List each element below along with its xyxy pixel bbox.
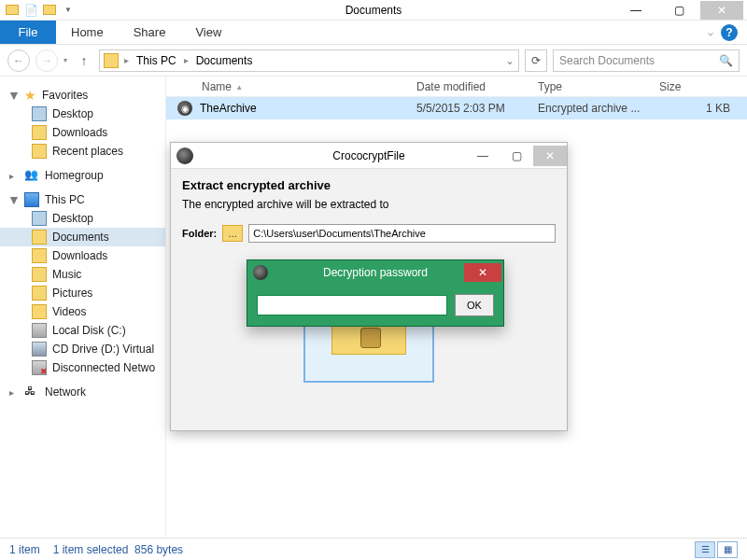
- tree-pc-pictures[interactable]: Pictures: [0, 284, 165, 302]
- tree-pc-documents[interactable]: Documents: [0, 228, 165, 246]
- password-close-button[interactable]: ✕: [464, 263, 501, 282]
- tree-favorites[interactable]: ⯆★Favorites: [0, 86, 165, 105]
- history-dropdown-icon[interactable]: ▾: [63, 56, 69, 64]
- crumb-documents[interactable]: Documents: [194, 54, 255, 67]
- croco-heading: Extract encrypted archive: [182, 178, 556, 192]
- croco-description: The encrypted archive will be extracted …: [182, 198, 556, 211]
- minimize-button[interactable]: —: [614, 1, 657, 20]
- folder-path-input[interactable]: [248, 224, 556, 243]
- chevron-right-icon[interactable]: ▸: [182, 55, 190, 65]
- file-name: TheArchive: [200, 102, 257, 115]
- breadcrumb-dropdown-icon[interactable]: ⌄: [505, 54, 514, 67]
- password-dialog-icon: [253, 265, 268, 280]
- tree-downloads[interactable]: Downloads: [0, 123, 165, 142]
- tree-network[interactable]: ▸🖧Network: [0, 383, 165, 401]
- tab-view[interactable]: View: [180, 21, 236, 44]
- col-size[interactable]: Size: [652, 77, 738, 96]
- tab-share[interactable]: Share: [119, 21, 181, 44]
- titlebar: 📄 ▼ Documents — ▢ ✕: [0, 0, 747, 21]
- homegroup-icon: 👥: [24, 168, 39, 183]
- tree-homegroup[interactable]: ▸👥Homegroup: [0, 166, 165, 185]
- sort-asc-icon: ▴: [237, 82, 242, 91]
- search-input[interactable]: Search Documents 🔍: [553, 49, 740, 72]
- croco-maximize-button[interactable]: ▢: [500, 146, 533, 166]
- file-size: 1 KB: [652, 102, 738, 115]
- col-type[interactable]: Type: [530, 77, 652, 96]
- tree-desktop[interactable]: Desktop: [0, 105, 165, 123]
- qa-dropdown-icon[interactable]: ▼: [60, 2, 77, 19]
- folder-label: Folder:: [182, 228, 217, 239]
- tree-pc-downloads[interactable]: Downloads: [0, 246, 165, 265]
- forward-button[interactable]: →: [35, 49, 58, 72]
- view-icons-button[interactable]: ▦: [717, 541, 738, 558]
- password-input[interactable]: [257, 295, 447, 315]
- password-dialog: Decryption password ✕ OK: [247, 259, 504, 327]
- qa-props-icon[interactable]: 📄: [22, 2, 39, 19]
- crococrypt-titlebar[interactable]: CrococryptFile — ▢ ✕: [171, 143, 567, 169]
- maximize-button[interactable]: ▢: [657, 1, 700, 20]
- croco-close-button[interactable]: ✕: [533, 146, 567, 166]
- address-bar: ← → ▾ ↑ ▸ This PC ▸ Documents ⌄ ⟳ Search…: [0, 45, 747, 77]
- crumb-thispc[interactable]: This PC: [134, 54, 178, 67]
- breadcrumb[interactable]: ▸ This PC ▸ Documents ⌄: [99, 49, 519, 72]
- back-button[interactable]: ←: [7, 49, 30, 72]
- help-icon[interactable]: ?: [721, 24, 738, 41]
- column-headers: Name▴ Date modified Type Size: [166, 77, 747, 97]
- tree-thispc[interactable]: ⯆This PC: [0, 190, 165, 209]
- file-row[interactable]: ◉TheArchive 5/5/2015 2:03 PM Encrypted a…: [166, 97, 747, 119]
- app-icon: [4, 2, 21, 19]
- tree-pc-cddrive[interactable]: CD Drive (D:) Virtual: [0, 340, 165, 358]
- tab-home[interactable]: Home: [56, 21, 119, 44]
- tree-pc-localdisk[interactable]: Local Disk (C:): [0, 321, 165, 340]
- col-name[interactable]: Name▴: [166, 77, 409, 96]
- network-icon: 🖧: [24, 385, 39, 399]
- archive-icon: ◉: [177, 101, 192, 116]
- ok-button[interactable]: OK: [455, 294, 494, 316]
- search-icon: 🔍: [719, 54, 733, 67]
- ribbon-expand-icon[interactable]: ⌵: [708, 27, 713, 37]
- status-selected: 1 item selected: [53, 543, 129, 556]
- search-placeholder: Search Documents: [559, 54, 655, 67]
- crococrypt-icon: [176, 147, 193, 164]
- close-button[interactable]: ✕: [700, 1, 743, 20]
- tree-pc-desktop[interactable]: Desktop: [0, 209, 165, 228]
- file-date: 5/5/2015 2:03 PM: [409, 102, 530, 115]
- file-type: Encrypted archive ...: [530, 102, 652, 115]
- browse-folder-button[interactable]: …: [222, 225, 243, 242]
- pc-icon: [24, 192, 39, 207]
- nav-tree: ⯆★Favorites Desktop Downloads Recent pla…: [0, 77, 166, 538]
- folder-icon: [104, 53, 119, 68]
- file-tab[interactable]: File: [0, 21, 56, 44]
- view-details-button[interactable]: ☰: [695, 541, 715, 558]
- status-bytes: 856 bytes: [134, 543, 183, 556]
- tree-pc-music[interactable]: Music: [0, 265, 165, 284]
- refresh-button[interactable]: ⟳: [525, 49, 547, 72]
- lock-icon: [360, 328, 381, 348]
- status-bar: 1 item 1 item selected 856 bytes ☰ ▦: [0, 538, 747, 560]
- status-count: 1 item: [9, 543, 40, 556]
- tree-pc-netdrive[interactable]: ✖Disconnected Netwo: [0, 358, 165, 377]
- password-titlebar[interactable]: Decryption password ✕: [247, 260, 503, 285]
- col-date[interactable]: Date modified: [409, 77, 530, 96]
- ribbon: File Home Share View ⌵ ?: [0, 21, 747, 45]
- croco-minimize-button[interactable]: —: [466, 146, 500, 166]
- tree-recent[interactable]: Recent places: [0, 142, 165, 161]
- chevron-right-icon[interactable]: ▸: [122, 55, 131, 65]
- up-button[interactable]: ↑: [75, 51, 93, 70]
- qa-newfolder-icon[interactable]: [41, 2, 58, 19]
- tree-pc-videos[interactable]: Videos: [0, 302, 165, 321]
